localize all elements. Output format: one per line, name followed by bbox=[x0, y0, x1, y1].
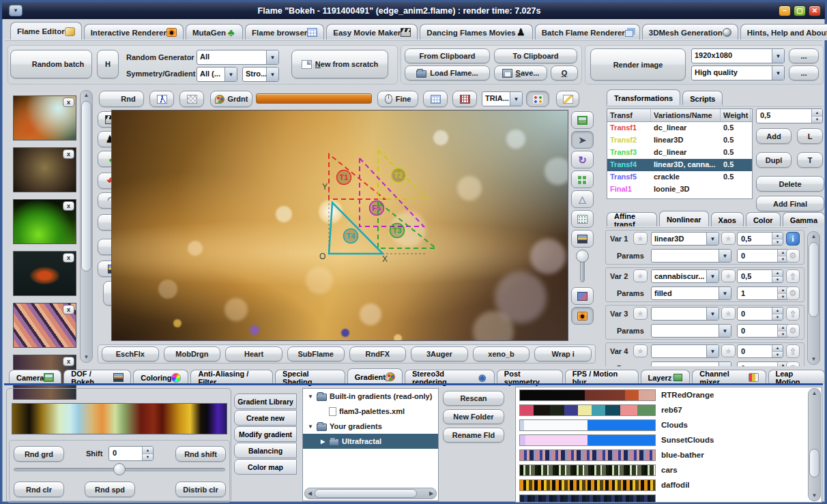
sunset-button[interactable] bbox=[571, 230, 594, 248]
rnd-shift-button[interactable]: Rnd shift bbox=[175, 446, 226, 462]
variation-select[interactable]: linear3D▼ bbox=[651, 232, 719, 246]
column-header[interactable]: Variations/Name bbox=[651, 109, 721, 121]
tab-mutagen[interactable]: MutaGen♣ bbox=[186, 24, 243, 40]
chevron-down-icon[interactable]: ▼ bbox=[510, 92, 522, 106]
favorite-star-icon[interactable]: ★ bbox=[633, 307, 648, 320]
shift-spinner[interactable]: 0▲▼ bbox=[108, 446, 154, 461]
spinner-arrows[interactable]: ▲▼ bbox=[811, 109, 822, 123]
tab-xaos[interactable]: Xaos bbox=[711, 212, 744, 227]
rescan-button[interactable]: Rescan bbox=[443, 391, 504, 406]
transform-triangle-t2[interactable]: T2 bbox=[378, 150, 428, 199]
library-scrollbar[interactable]: ▲ ▼ bbox=[808, 388, 821, 501]
param-amount-spinner[interactable]: 0▲▼ bbox=[737, 361, 789, 366]
expand-arrow-icon[interactable]: ▼ bbox=[307, 424, 314, 430]
script-subflame-button[interactable]: SubFlame bbox=[287, 346, 345, 361]
priority-up-button[interactable]: ⇧ bbox=[786, 307, 800, 321]
l-button[interactable]: L bbox=[797, 128, 823, 144]
variation-amount-spinner[interactable]: 0,5▲▼ bbox=[737, 269, 783, 283]
tab-channel-mixer[interactable]: Channel mixer bbox=[692, 370, 766, 385]
transform-triangles-overlay[interactable]: YOXT1T2F5T3T4 bbox=[112, 110, 568, 341]
q-button[interactable]: Q bbox=[551, 65, 578, 80]
variation-amount-spinner[interactable]: 0▲▼ bbox=[737, 307, 783, 321]
favorite-star-icon[interactable]: ★ bbox=[633, 269, 648, 282]
resolution-more-button[interactable]: ... bbox=[789, 48, 819, 63]
side-tab-modify-gradient[interactable]: Modify gradient bbox=[234, 426, 297, 442]
t-button[interactable]: T bbox=[797, 152, 823, 168]
rename-fld-button[interactable]: Rename Fld bbox=[443, 428, 504, 443]
chevron-down-icon[interactable]: ▼ bbox=[719, 362, 731, 366]
transform-row-transf5[interactable]: Transf5crackle0.5 bbox=[607, 171, 752, 183]
param-select[interactable]: ▼ bbox=[651, 249, 731, 263]
add-final-button[interactable]: Add Final bbox=[756, 196, 824, 211]
flame-thumbnail[interactable]: x bbox=[13, 147, 76, 192]
tab-stereo3d-rendering[interactable]: Stereo3d rendering◉ bbox=[405, 370, 495, 385]
script-mobdrgn-button[interactable]: MobDrgn bbox=[164, 346, 221, 361]
close-icon[interactable]: x bbox=[63, 149, 74, 159]
quality-select[interactable]: High quality▼ bbox=[691, 65, 785, 80]
tree-item-your-gradients[interactable]: ▼Your gradients bbox=[303, 419, 438, 434]
tab-scripts[interactable]: Scripts bbox=[682, 91, 723, 106]
add-button[interactable]: Add bbox=[756, 128, 792, 144]
tab-dancing-flames-movies[interactable]: Dancing Flames Movies♟ bbox=[420, 24, 532, 40]
expand-arrow-icon[interactable]: ▶ bbox=[319, 439, 326, 445]
transform-row-transf1[interactable]: Transf1dc_linear0.5 bbox=[607, 122, 752, 134]
tab-flame-browser[interactable]: Flame browser bbox=[245, 24, 324, 40]
transform-row-transf2[interactable]: Transf2linear3D0.5 bbox=[607, 134, 752, 147]
load-flame-button[interactable]: Load Flame... bbox=[405, 65, 490, 80]
tab-camera[interactable]: Camera bbox=[9, 370, 61, 385]
to-clipboard-button[interactable]: To Clipboard bbox=[494, 48, 577, 63]
render-image-button[interactable]: Render image bbox=[590, 48, 686, 80]
gradient-item-clouds[interactable]: Clouds bbox=[516, 417, 822, 432]
favorite-star-icon[interactable]: ★ bbox=[721, 344, 736, 357]
maximize-button[interactable]: ▢ bbox=[794, 5, 806, 16]
color-dots-toggle[interactable] bbox=[526, 91, 549, 107]
side-tab-gradient-library[interactable]: Gradient Library bbox=[234, 394, 297, 409]
script-3auger-button[interactable]: 3Auger bbox=[411, 346, 468, 361]
variations-scrollbar[interactable]: ▲ ▼ bbox=[807, 231, 820, 365]
scroll-left-icon[interactable]: ◀ bbox=[305, 488, 315, 499]
scroll-up-icon[interactable]: ▲ bbox=[81, 91, 92, 100]
column-header[interactable]: Weight bbox=[721, 109, 751, 121]
gradient-button[interactable]: Grdnt bbox=[210, 91, 252, 107]
tab-nonlinear[interactable]: Nonlinear bbox=[659, 211, 709, 227]
script-eschflx-button[interactable]: EschFlx bbox=[102, 346, 159, 361]
gradient-item-reb67[interactable]: reb67 bbox=[516, 402, 822, 417]
frame-grid-button[interactable] bbox=[571, 210, 594, 228]
photo-button[interactable] bbox=[571, 287, 594, 305]
system-menu-button[interactable]: ▼ bbox=[9, 5, 23, 16]
random-batch-button[interactable]: Random batch bbox=[10, 50, 92, 78]
gradient-preview-strip[interactable] bbox=[12, 403, 227, 434]
cursor-button[interactable]: ➤ bbox=[571, 131, 594, 149]
tab-easy-movie-maker[interactable]: Easy Movie Maker bbox=[326, 24, 418, 40]
transform-row-final1[interactable]: Final1loonie_3D bbox=[607, 183, 752, 196]
info-button[interactable]: i bbox=[786, 232, 800, 246]
spinner-arrows[interactable]: ▲▼ bbox=[772, 233, 783, 245]
priority-up-button[interactable]: ⇧ bbox=[786, 269, 800, 283]
chevron-down-icon[interactable]: ▼ bbox=[719, 250, 731, 262]
gear-icon[interactable]: ⚙ bbox=[786, 286, 800, 300]
transform-triangle-f5[interactable]: F5 bbox=[360, 158, 424, 226]
rnd-button[interactable]: Rnd bbox=[99, 91, 144, 107]
scrollbar-thumb[interactable] bbox=[809, 242, 819, 317]
favorite-star-icon[interactable]: ★ bbox=[721, 307, 736, 320]
tab-gradient[interactable]: Gradient bbox=[347, 368, 403, 385]
chevron-down-icon[interactable]: ▼ bbox=[706, 270, 719, 282]
variation-select[interactable]: ▼ bbox=[651, 344, 719, 358]
tab-batch-flame-renderer[interactable]: Batch Flame Renderer bbox=[535, 24, 640, 40]
flame-editor-canvas[interactable]: YOXT1T2F5T3T4 bbox=[111, 110, 568, 341]
save-button[interactable]: Save... bbox=[494, 65, 547, 80]
grid-dots-button[interactable] bbox=[571, 171, 594, 188]
tree-item-built-in-gradients-read-only[interactable]: ▼Built-in gradients (read-only) bbox=[303, 389, 438, 404]
rnd-grd-button[interactable]: Rnd grd bbox=[14, 446, 64, 462]
symmetry-select[interactable]: All (...▼ bbox=[197, 67, 237, 82]
param-amount-spinner[interactable]: 0▲▼ bbox=[737, 249, 789, 263]
scrollbar-thumb[interactable] bbox=[315, 489, 417, 498]
chevron-down-icon[interactable]: ▼ bbox=[772, 66, 784, 80]
variation-select[interactable]: ▼ bbox=[651, 307, 719, 321]
scroll-down-icon[interactable]: ▼ bbox=[81, 353, 92, 362]
tab-flame-editor[interactable]: Flame Editor bbox=[10, 22, 82, 40]
tree-item-ultrafractal[interactable]: ▶Ultrafractal bbox=[303, 434, 438, 449]
tab-transformations[interactable]: Transformations bbox=[607, 89, 680, 106]
rotate-button[interactable]: ↻ bbox=[571, 151, 594, 168]
tab-fps-motion-blur[interactable]: FPS / Motion blur bbox=[565, 370, 639, 385]
